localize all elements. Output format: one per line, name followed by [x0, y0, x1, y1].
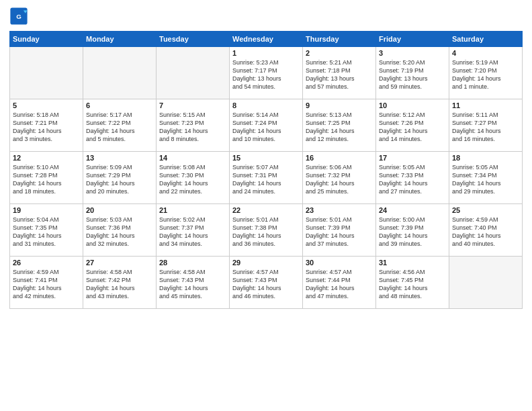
calendar-container: G SundayMondayTuesdayWednesdayThursdayFr… — [0, 0, 532, 316]
day-info: Sunrise: 5:05 AM Sunset: 7:34 PM Dayligh… — [452, 163, 519, 196]
day-number: 27 — [86, 259, 153, 267]
day-info: Sunrise: 4:58 AM Sunset: 7:42 PM Dayligh… — [86, 268, 153, 301]
calendar-cell: 20Sunrise: 5:03 AM Sunset: 7:36 PM Dayli… — [83, 204, 157, 257]
day-number: 12 — [13, 154, 80, 162]
calendar-cell: 14Sunrise: 5:08 AM Sunset: 7:30 PM Dayli… — [157, 152, 230, 204]
day-number: 19 — [13, 206, 80, 214]
calendar-cell: 5Sunrise: 5:18 AM Sunset: 7:21 PM Daylig… — [10, 99, 83, 152]
logo-icon: G — [9, 7, 28, 26]
calendar-cell: 17Sunrise: 5:05 AM Sunset: 7:33 PM Dayli… — [376, 152, 449, 204]
day-number: 18 — [452, 154, 519, 162]
day-info: Sunrise: 5:14 AM Sunset: 7:24 PM Dayligh… — [232, 111, 300, 144]
svg-text:G: G — [16, 13, 21, 20]
calendar-cell — [10, 47, 83, 99]
calendar-cell — [449, 257, 523, 309]
day-info: Sunrise: 4:57 AM Sunset: 7:43 PM Dayligh… — [232, 268, 300, 301]
day-number: 1 — [232, 49, 300, 57]
day-info: Sunrise: 5:01 AM Sunset: 7:39 PM Dayligh… — [306, 216, 373, 248]
weekday-header-saturday: Saturday — [449, 32, 523, 47]
calendar-week-5: 26Sunrise: 4:59 AM Sunset: 7:41 PM Dayli… — [10, 257, 523, 309]
day-info: Sunrise: 4:57 AM Sunset: 7:44 PM Dayligh… — [306, 268, 373, 301]
day-info: Sunrise: 5:20 AM Sunset: 7:19 PM Dayligh… — [379, 58, 446, 91]
day-number: 16 — [306, 154, 373, 162]
day-number: 11 — [452, 101, 519, 109]
calendar-cell: 18Sunrise: 5:05 AM Sunset: 7:34 PM Dayli… — [449, 152, 523, 204]
calendar-cell: 23Sunrise: 5:01 AM Sunset: 7:39 PM Dayli… — [303, 204, 376, 257]
day-number: 21 — [159, 206, 226, 214]
calendar-cell: 10Sunrise: 5:12 AM Sunset: 7:26 PM Dayli… — [376, 99, 449, 152]
day-number: 3 — [379, 49, 446, 57]
day-number: 10 — [379, 101, 446, 109]
day-info: Sunrise: 5:01 AM Sunset: 7:38 PM Dayligh… — [232, 216, 300, 248]
weekday-header-tuesday: Tuesday — [157, 32, 230, 47]
day-info: Sunrise: 5:17 AM Sunset: 7:22 PM Dayligh… — [86, 111, 153, 144]
day-number: 2 — [306, 49, 373, 57]
calendar-cell: 1Sunrise: 5:23 AM Sunset: 7:17 PM Daylig… — [230, 47, 303, 99]
day-number: 8 — [232, 101, 300, 109]
calendar-cell: 21Sunrise: 5:02 AM Sunset: 7:37 PM Dayli… — [157, 204, 230, 257]
day-number: 4 — [452, 49, 519, 57]
calendar-cell: 15Sunrise: 5:07 AM Sunset: 7:31 PM Dayli… — [230, 152, 303, 204]
calendar-cell: 24Sunrise: 5:00 AM Sunset: 7:39 PM Dayli… — [376, 204, 449, 257]
calendar-cell: 11Sunrise: 5:11 AM Sunset: 7:27 PM Dayli… — [449, 99, 523, 152]
calendar-cell — [83, 47, 157, 99]
calendar-cell: 2Sunrise: 5:21 AM Sunset: 7:18 PM Daylig… — [303, 47, 376, 99]
calendar-cell: 12Sunrise: 5:10 AM Sunset: 7:28 PM Dayli… — [10, 152, 83, 204]
calendar-cell: 16Sunrise: 5:06 AM Sunset: 7:32 PM Dayli… — [303, 152, 376, 204]
day-number: 29 — [232, 259, 300, 267]
day-info: Sunrise: 5:08 AM Sunset: 7:30 PM Dayligh… — [159, 163, 226, 196]
calendar-week-2: 5Sunrise: 5:18 AM Sunset: 7:21 PM Daylig… — [10, 99, 523, 152]
day-number: 22 — [232, 206, 300, 214]
day-number: 26 — [13, 259, 80, 267]
day-info: Sunrise: 5:15 AM Sunset: 7:23 PM Dayligh… — [159, 111, 226, 144]
calendar-cell: 22Sunrise: 5:01 AM Sunset: 7:38 PM Dayli… — [230, 204, 303, 257]
day-info: Sunrise: 5:04 AM Sunset: 7:35 PM Dayligh… — [13, 216, 80, 248]
calendar-cell: 3Sunrise: 5:20 AM Sunset: 7:19 PM Daylig… — [376, 47, 449, 99]
calendar-cell: 29Sunrise: 4:57 AM Sunset: 7:43 PM Dayli… — [230, 257, 303, 309]
day-info: Sunrise: 5:10 AM Sunset: 7:28 PM Dayligh… — [13, 163, 80, 196]
calendar-cell: 4Sunrise: 5:19 AM Sunset: 7:20 PM Daylig… — [449, 47, 523, 99]
day-info: Sunrise: 4:56 AM Sunset: 7:45 PM Dayligh… — [379, 268, 446, 301]
day-number: 5 — [13, 101, 80, 109]
day-info: Sunrise: 5:21 AM Sunset: 7:18 PM Dayligh… — [306, 58, 373, 91]
day-number: 23 — [306, 206, 373, 214]
day-number: 15 — [232, 154, 300, 162]
calendar-cell: 27Sunrise: 4:58 AM Sunset: 7:42 PM Dayli… — [83, 257, 157, 309]
day-info: Sunrise: 5:06 AM Sunset: 7:32 PM Dayligh… — [306, 163, 373, 196]
weekday-header-monday: Monday — [83, 32, 157, 47]
day-number: 28 — [159, 259, 226, 267]
calendar-body: 1Sunrise: 5:23 AM Sunset: 7:17 PM Daylig… — [10, 47, 523, 309]
day-info: Sunrise: 5:12 AM Sunset: 7:26 PM Dayligh… — [379, 111, 446, 144]
calendar-cell — [157, 47, 230, 99]
day-info: Sunrise: 5:00 AM Sunset: 7:39 PM Dayligh… — [379, 216, 446, 248]
weekday-header-wednesday: Wednesday — [230, 32, 303, 47]
calendar-cell: 19Sunrise: 5:04 AM Sunset: 7:35 PM Dayli… — [10, 204, 83, 257]
day-number: 20 — [86, 206, 153, 214]
weekday-header-thursday: Thursday — [303, 32, 376, 47]
day-number: 30 — [306, 259, 373, 267]
day-number: 9 — [306, 101, 373, 109]
day-info: Sunrise: 5:19 AM Sunset: 7:20 PM Dayligh… — [452, 58, 519, 91]
day-info: Sunrise: 5:13 AM Sunset: 7:25 PM Dayligh… — [306, 111, 373, 144]
day-number: 6 — [86, 101, 153, 109]
calendar-cell: 26Sunrise: 4:59 AM Sunset: 7:41 PM Dayli… — [10, 257, 83, 309]
calendar-table: SundayMondayTuesdayWednesdayThursdayFrid… — [9, 31, 523, 309]
day-info: Sunrise: 5:02 AM Sunset: 7:37 PM Dayligh… — [159, 216, 226, 248]
day-info: Sunrise: 5:09 AM Sunset: 7:29 PM Dayligh… — [86, 163, 153, 196]
calendar-week-3: 12Sunrise: 5:10 AM Sunset: 7:28 PM Dayli… — [10, 152, 523, 204]
calendar-cell: 7Sunrise: 5:15 AM Sunset: 7:23 PM Daylig… — [157, 99, 230, 152]
day-number: 25 — [452, 206, 519, 214]
calendar-cell: 25Sunrise: 4:59 AM Sunset: 7:40 PM Dayli… — [449, 204, 523, 257]
day-number: 24 — [379, 206, 446, 214]
weekday-header-friday: Friday — [376, 32, 449, 47]
calendar-header: G — [9, 7, 523, 26]
weekday-header-sunday: Sunday — [10, 32, 83, 47]
day-info: Sunrise: 5:07 AM Sunset: 7:31 PM Dayligh… — [232, 163, 300, 196]
day-info: Sunrise: 5:05 AM Sunset: 7:33 PM Dayligh… — [379, 163, 446, 196]
calendar-cell: 28Sunrise: 4:58 AM Sunset: 7:43 PM Dayli… — [157, 257, 230, 309]
calendar-cell: 6Sunrise: 5:17 AM Sunset: 7:22 PM Daylig… — [83, 99, 157, 152]
calendar-cell: 30Sunrise: 4:57 AM Sunset: 7:44 PM Dayli… — [303, 257, 376, 309]
calendar-cell: 13Sunrise: 5:09 AM Sunset: 7:29 PM Dayli… — [83, 152, 157, 204]
day-number: 31 — [379, 259, 446, 267]
day-info: Sunrise: 4:59 AM Sunset: 7:41 PM Dayligh… — [13, 268, 80, 301]
